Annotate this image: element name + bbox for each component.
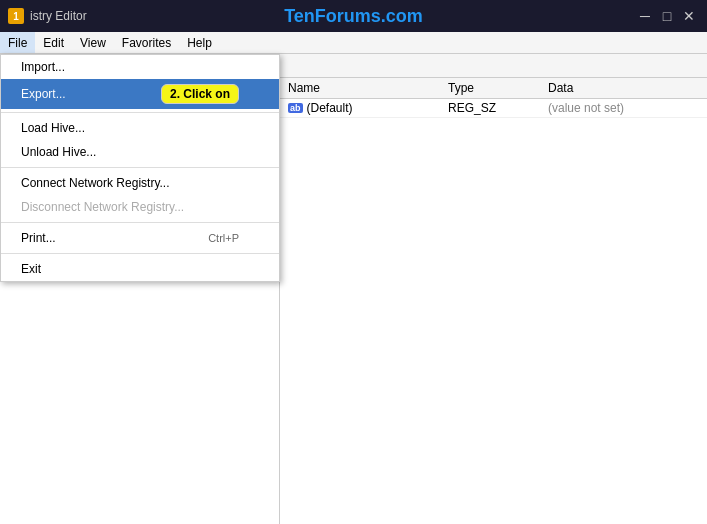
menu-view[interactable]: View bbox=[72, 32, 114, 53]
disconnect-network-label: Disconnect Network Registry... bbox=[21, 200, 184, 214]
detail-panel: Name Type Data ab (Default) REG_SZ (valu… bbox=[280, 78, 707, 524]
menu-file[interactable]: File bbox=[0, 32, 35, 53]
menu-load-hive[interactable]: Load Hive... bbox=[1, 116, 279, 140]
entry-name: (Default) bbox=[307, 101, 353, 115]
menu-bar: File Edit View Favorites Help Import... … bbox=[0, 32, 707, 54]
print-shortcut: Ctrl+P bbox=[208, 232, 239, 244]
detail-row-default[interactable]: ab (Default) REG_SZ (value not set) bbox=[280, 99, 707, 118]
ab-icon: ab bbox=[288, 103, 303, 113]
detail-cell-type: REG_SZ bbox=[448, 101, 548, 115]
maximize-button[interactable]: □ bbox=[657, 6, 677, 26]
import-label: Import... bbox=[21, 60, 65, 74]
window-controls: ─ □ ✕ bbox=[635, 6, 699, 26]
annotation-bubble: 2. Click on bbox=[161, 84, 239, 104]
col-data: Data bbox=[548, 81, 573, 95]
detail-cell-name: ab (Default) bbox=[288, 101, 448, 115]
menu-print[interactable]: Print... Ctrl+P bbox=[1, 226, 279, 250]
detail-header: Name Type Data bbox=[280, 78, 707, 99]
col-name: Name bbox=[288, 81, 448, 95]
print-label: Print... bbox=[21, 231, 56, 245]
detail-cell-data: (value not set) bbox=[548, 101, 624, 115]
menu-import[interactable]: Import... bbox=[1, 55, 279, 79]
load-hive-label: Load Hive... bbox=[21, 121, 85, 135]
title-bar-left: 1 istry Editor bbox=[8, 8, 87, 24]
menu-disconnect-network: Disconnect Network Registry... bbox=[1, 195, 279, 219]
app-title: istry Editor bbox=[30, 9, 87, 23]
step-number: 1 bbox=[8, 8, 24, 24]
col-type: Type bbox=[448, 81, 548, 95]
unload-hive-label: Unload Hive... bbox=[21, 145, 96, 159]
menu-help[interactable]: Help bbox=[179, 32, 220, 53]
separator-1 bbox=[1, 112, 279, 113]
close-button[interactable]: ✕ bbox=[679, 6, 699, 26]
menu-favorites[interactable]: Favorites bbox=[114, 32, 179, 53]
minimize-button[interactable]: ─ bbox=[635, 6, 655, 26]
exit-label: Exit bbox=[21, 262, 41, 276]
export-label: Export... bbox=[21, 87, 66, 101]
watermark: TenForums.com bbox=[284, 6, 423, 27]
separator-2 bbox=[1, 167, 279, 168]
menu-connect-network[interactable]: Connect Network Registry... bbox=[1, 171, 279, 195]
separator-4 bbox=[1, 253, 279, 254]
menu-edit[interactable]: Edit bbox=[35, 32, 72, 53]
menu-unload-hive[interactable]: Unload Hive... bbox=[1, 140, 279, 164]
menu-exit[interactable]: Exit bbox=[1, 257, 279, 281]
separator-3 bbox=[1, 222, 279, 223]
connect-network-label: Connect Network Registry... bbox=[21, 176, 170, 190]
file-dropdown: Import... Export... 2. Click on Load Hiv… bbox=[0, 54, 280, 282]
menu-export[interactable]: Export... 2. Click on bbox=[1, 79, 279, 109]
title-bar: 1 istry Editor TenForums.com ─ □ ✕ bbox=[0, 0, 707, 32]
app-icon: 1 bbox=[8, 8, 24, 24]
